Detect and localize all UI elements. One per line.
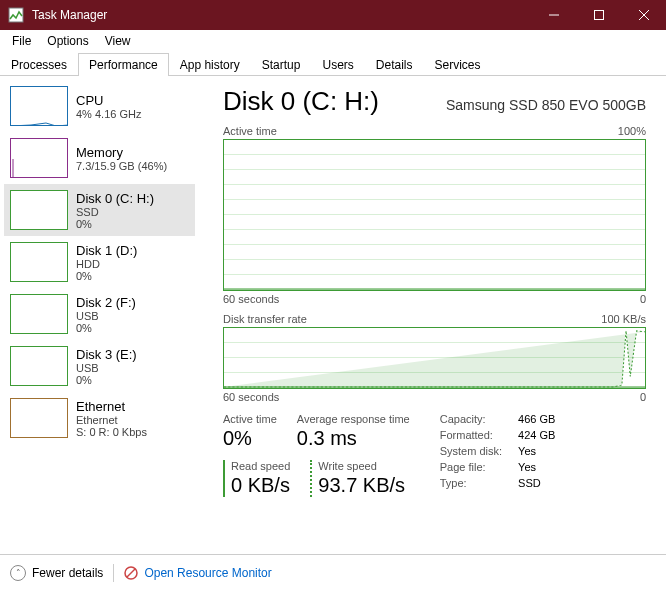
sidebar[interactable]: CPU 4% 4.16 GHz Memory 7.3/15.9 GB (46%)… bbox=[0, 76, 195, 554]
capacity-label: Capacity: bbox=[440, 413, 502, 425]
chart1-xleft: 60 seconds bbox=[223, 293, 279, 305]
active-time-value: 0% bbox=[223, 427, 277, 450]
sidebar-item-value: SSD bbox=[76, 206, 154, 218]
close-button[interactable] bbox=[621, 0, 666, 30]
menu-view[interactable]: View bbox=[97, 32, 139, 50]
chart1-max: 100% bbox=[618, 125, 646, 137]
sidebar-item-value: USB bbox=[76, 310, 136, 322]
sidebar-item-value2: 0% bbox=[76, 270, 137, 282]
sidebar-item-value2: 0% bbox=[76, 322, 136, 334]
sidebar-item-label: CPU bbox=[76, 93, 141, 108]
sidebar-item-label: Memory bbox=[76, 145, 167, 160]
tab-app-history[interactable]: App history bbox=[169, 53, 251, 76]
tab-users[interactable]: Users bbox=[311, 53, 364, 76]
read-speed-value: 0 KB/s bbox=[231, 474, 290, 497]
sidebar-item-value: USB bbox=[76, 362, 137, 374]
avg-response-value: 0.3 ms bbox=[297, 427, 410, 450]
open-resource-monitor-label: Open Resource Monitor bbox=[144, 566, 271, 580]
resource-monitor-icon bbox=[124, 566, 138, 580]
disk-thumbnail bbox=[10, 294, 68, 334]
window-title: Task Manager bbox=[32, 8, 531, 22]
tab-performance[interactable]: Performance bbox=[78, 53, 169, 76]
chart2-max: 100 KB/s bbox=[601, 313, 646, 325]
fewer-details-label: Fewer details bbox=[32, 566, 103, 580]
open-resource-monitor-link[interactable]: Open Resource Monitor bbox=[124, 566, 271, 580]
active-time-label: Active time bbox=[223, 413, 277, 425]
sidebar-item-label: Ethernet bbox=[76, 399, 147, 414]
tab-bar: Processes Performance App history Startu… bbox=[0, 52, 666, 76]
system-disk-value: Yes bbox=[518, 445, 555, 457]
sidebar-item-label: Disk 2 (F:) bbox=[76, 295, 136, 310]
sidebar-item-label: Disk 0 (C: H:) bbox=[76, 191, 154, 206]
sidebar-item-value2: 0% bbox=[76, 218, 154, 230]
avg-response-label: Average response time bbox=[297, 413, 410, 425]
page-file-value: Yes bbox=[518, 461, 555, 473]
chart2-label: Disk transfer rate bbox=[223, 313, 307, 325]
chart2-xleft: 60 seconds bbox=[223, 391, 279, 403]
main-panel: Disk 0 (C: H:) Samsung SSD 850 EVO 500GB… bbox=[195, 76, 666, 554]
svg-line-7 bbox=[127, 569, 135, 577]
read-speed-label: Read speed bbox=[231, 460, 290, 472]
disk-thumbnail bbox=[10, 190, 68, 230]
sidebar-item-cpu[interactable]: CPU 4% 4.16 GHz bbox=[4, 80, 195, 132]
disk-thumbnail bbox=[10, 346, 68, 386]
title-bar: Task Manager bbox=[0, 0, 666, 30]
disk-thumbnail bbox=[10, 242, 68, 282]
type-value: SSD bbox=[518, 477, 555, 489]
sidebar-item-disk3[interactable]: Disk 3 (E:) USB 0% bbox=[4, 340, 195, 392]
sidebar-item-value: Ethernet bbox=[76, 414, 147, 426]
memory-thumbnail bbox=[10, 138, 68, 178]
sidebar-item-label: Disk 3 (E:) bbox=[76, 347, 137, 362]
page-file-label: Page file: bbox=[440, 461, 502, 473]
sidebar-item-value: 7.3/15.9 GB (46%) bbox=[76, 160, 167, 172]
ethernet-thumbnail bbox=[10, 398, 68, 438]
sidebar-item-value: HDD bbox=[76, 258, 137, 270]
tab-services[interactable]: Services bbox=[424, 53, 492, 76]
sidebar-item-memory[interactable]: Memory 7.3/15.9 GB (46%) bbox=[4, 132, 195, 184]
page-title: Disk 0 (C: H:) bbox=[223, 86, 379, 117]
tab-startup[interactable]: Startup bbox=[251, 53, 312, 76]
write-speed-value: 93.7 KB/s bbox=[318, 474, 405, 497]
disk-properties: Capacity:466 GB Formatted:424 GB System … bbox=[440, 413, 556, 497]
capacity-value: 466 GB bbox=[518, 413, 555, 425]
sidebar-item-value2: S: 0 R: 0 Kbps bbox=[76, 426, 147, 438]
formatted-label: Formatted: bbox=[440, 429, 502, 441]
app-icon bbox=[8, 7, 24, 23]
content-area: CPU 4% 4.16 GHz Memory 7.3/15.9 GB (46%)… bbox=[0, 76, 666, 554]
fewer-details-button[interactable]: ˄ Fewer details bbox=[10, 565, 103, 581]
formatted-value: 424 GB bbox=[518, 429, 555, 441]
write-speed-label: Write speed bbox=[318, 460, 405, 472]
type-label: Type: bbox=[440, 477, 502, 489]
device-model: Samsung SSD 850 EVO 500GB bbox=[446, 97, 646, 113]
sidebar-item-label: Disk 1 (D:) bbox=[76, 243, 137, 258]
sidebar-item-ethernet[interactable]: Ethernet Ethernet S: 0 R: 0 Kbps bbox=[4, 392, 195, 444]
tab-processes[interactable]: Processes bbox=[0, 53, 78, 76]
active-time-chart bbox=[223, 139, 646, 291]
tab-details[interactable]: Details bbox=[365, 53, 424, 76]
system-disk-label: System disk: bbox=[440, 445, 502, 457]
menu-file[interactable]: File bbox=[4, 32, 39, 50]
menu-options[interactable]: Options bbox=[39, 32, 96, 50]
sidebar-item-disk1[interactable]: Disk 1 (D:) HDD 0% bbox=[4, 236, 195, 288]
transfer-rate-chart bbox=[223, 327, 646, 389]
chart1-xright: 0 bbox=[640, 293, 646, 305]
svg-rect-2 bbox=[594, 11, 603, 20]
minimize-button[interactable] bbox=[531, 0, 576, 30]
chart1-label: Active time bbox=[223, 125, 277, 137]
sidebar-item-value: 4% 4.16 GHz bbox=[76, 108, 141, 120]
maximize-button[interactable] bbox=[576, 0, 621, 30]
sidebar-item-disk2[interactable]: Disk 2 (F:) USB 0% bbox=[4, 288, 195, 340]
menu-bar: File Options View bbox=[0, 30, 666, 52]
chevron-up-icon: ˄ bbox=[10, 565, 26, 581]
separator bbox=[113, 564, 114, 582]
sidebar-item-disk0[interactable]: Disk 0 (C: H:) SSD 0% bbox=[4, 184, 195, 236]
chart2-xright: 0 bbox=[640, 391, 646, 403]
sidebar-item-value2: 0% bbox=[76, 374, 137, 386]
footer: ˄ Fewer details Open Resource Monitor bbox=[0, 554, 666, 590]
cpu-thumbnail bbox=[10, 86, 68, 126]
